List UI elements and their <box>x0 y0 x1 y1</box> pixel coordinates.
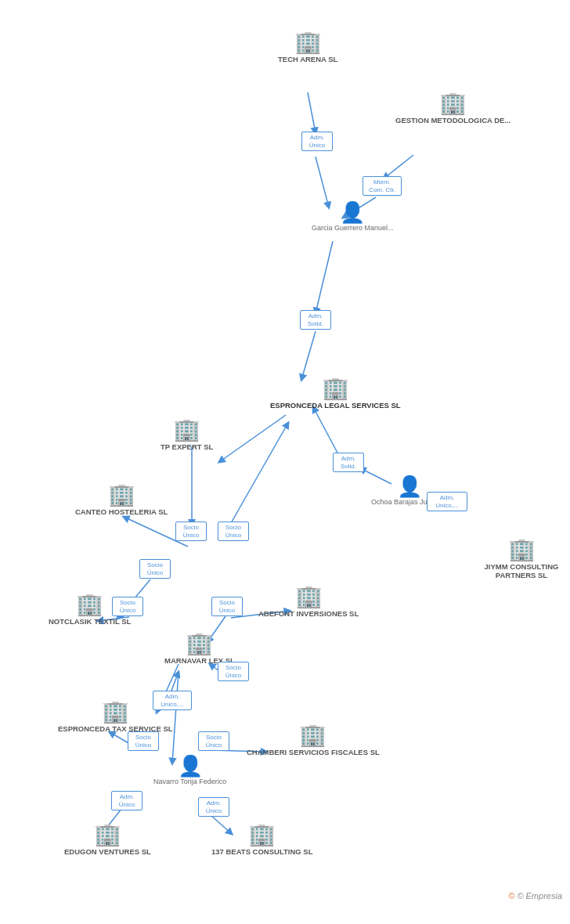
node-navarro-torija: 👤 Navarro Torija Federico <box>153 756 226 786</box>
badge-socio-unico-abefont: Socio Único <box>218 662 249 681</box>
badge-socio-unico-tp1: Socio Único <box>175 522 207 541</box>
node-canteo-hosteleria: 🏢 CANTEO HOSTELERIA SL <box>75 484 168 516</box>
person-icon-garcia: 👤 <box>340 202 365 222</box>
node-jiymm: 🏢 JIYMM CONSULTING PARTNERS SL <box>473 539 570 580</box>
badge-socio-unico-espronceda-tax: Socio Único <box>128 731 159 751</box>
building-icon-notclasik: 🏢 <box>76 594 103 615</box>
person-icon-ochoa: 👤 <box>397 476 422 496</box>
building-icon-beats: 🏢 <box>248 824 276 846</box>
label-jiymm: JIYMM CONSULTING PARTNERS SL <box>473 562 570 580</box>
watermark: © © Empresia <box>508 891 562 901</box>
svg-line-2 <box>384 155 413 179</box>
badge-adm-unico-top: Adm. Único <box>301 132 333 151</box>
badge-adm-solid-mid: Adm. Solid. <box>333 453 364 472</box>
label-tech-arena: TECH ARENA SL <box>278 55 337 63</box>
node-chamberi: 🏢 CHAMBERI SERVICIOS FISCALES SL <box>247 724 380 756</box>
node-beats-consulting: 🏢 137 BEATS CONSULTING SL <box>211 824 313 856</box>
building-icon-edugon: 🏢 <box>94 824 121 846</box>
connection-lines <box>0 0 570 908</box>
badge-socio-unico-tp3: Socio Único <box>139 559 171 579</box>
label-beats: 137 BEATS CONSULTING SL <box>211 847 313 856</box>
building-icon-marnavar: 🏢 <box>186 633 213 655</box>
svg-line-11 <box>231 423 288 523</box>
svg-line-1 <box>316 157 329 208</box>
building-icon-espronceda-tax: 🏢 <box>102 701 129 723</box>
label-tp-expert: TP EXPERT SL <box>161 442 213 451</box>
badge-socio-unico-marnavar: Socio Único <box>211 597 243 616</box>
label-garcia: Garcia Guerrero Manuel... <box>312 224 394 233</box>
building-icon-jiymm: 🏢 <box>508 539 536 561</box>
svg-line-24 <box>172 672 179 763</box>
svg-line-0 <box>308 92 316 133</box>
label-abefont: ABEFONT INVERSIONES SL <box>258 609 359 618</box>
building-icon-chamberi: 🏢 <box>299 724 326 746</box>
node-garcia-guerrero: 👤 Garcia Guerrero Manuel... <box>312 202 394 233</box>
svg-line-5 <box>301 331 316 380</box>
svg-line-4 <box>316 241 333 313</box>
node-espronceda-legal: 🏢 ESPRONCEDA LEGAL SERVICES SL <box>270 377 401 410</box>
svg-line-9 <box>219 415 286 462</box>
badge-socio-unico-tp2: Socio Único <box>218 522 249 541</box>
watermark-text: © Empresia <box>517 891 562 901</box>
copyright-symbol: © <box>508 891 514 901</box>
badge-socio-unico-notclasik: Socio Único <box>112 597 143 616</box>
label-espronceda-legal: ESPRONCEDA LEGAL SERVICES SL <box>270 401 401 410</box>
diagram: 🏢 TECH ARENA SL 🏢 GESTION METODOLOGICA D… <box>0 0 570 908</box>
label-edugon: EDUGON VENTURES SL <box>64 847 151 856</box>
building-icon-espronceda-legal: 🏢 <box>322 377 349 399</box>
badge-adm-solid-top: Adm. Solid. <box>300 310 331 330</box>
label-chamberi: CHAMBERI SERVICIOS FISCALES SL <box>247 748 380 756</box>
label-navarro: Navarro Torija Federico <box>153 778 226 786</box>
label-notclasik: NOTCLASIK TEXTIL SL <box>49 617 131 626</box>
badge-adm-unico-navarro1: Adm. Único <box>111 791 142 810</box>
node-abefont: 🏢 ABEFONT INVERSIONES SL <box>258 586 359 618</box>
label-gestion-met: GESTION METODOLOGICA DE... <box>395 116 510 125</box>
badge-adm-unico-ochoa: Adm. Unico,... <box>427 492 467 511</box>
badge-miem-com-ctr: Miem. Com. Ctr. <box>363 176 402 196</box>
building-icon-tp-expert: 🏢 <box>173 419 200 441</box>
building-icon-gestion-met: 🏢 <box>439 92 467 114</box>
node-espronceda-tax: 🏢 ESPRONCEDA TAX SERVICE SL <box>58 701 173 733</box>
badge-adm-unico-navarro2: Adm. Único <box>198 797 229 817</box>
building-icon-tech-arena: 🏢 <box>294 31 322 53</box>
badge-socio-unico-chamberi: Socio Único <box>198 731 229 751</box>
building-icon-canteo: 🏢 <box>108 484 135 506</box>
node-tech-arena: 🏢 TECH ARENA SL <box>278 31 337 63</box>
node-edugon-ventures: 🏢 EDUGON VENTURES SL <box>64 824 151 856</box>
building-icon-abefont: 🏢 <box>295 586 323 608</box>
node-gestion-met: 🏢 GESTION METODOLOGICA DE... <box>395 92 510 125</box>
label-canteo: CANTEO HOSTELERIA SL <box>75 507 168 516</box>
node-marnavar: 🏢 MARNAVAR LEX SL <box>164 633 235 665</box>
node-tp-expert: 🏢 TP EXPERT SL <box>161 419 213 451</box>
person-icon-navarro: 👤 <box>178 756 203 776</box>
